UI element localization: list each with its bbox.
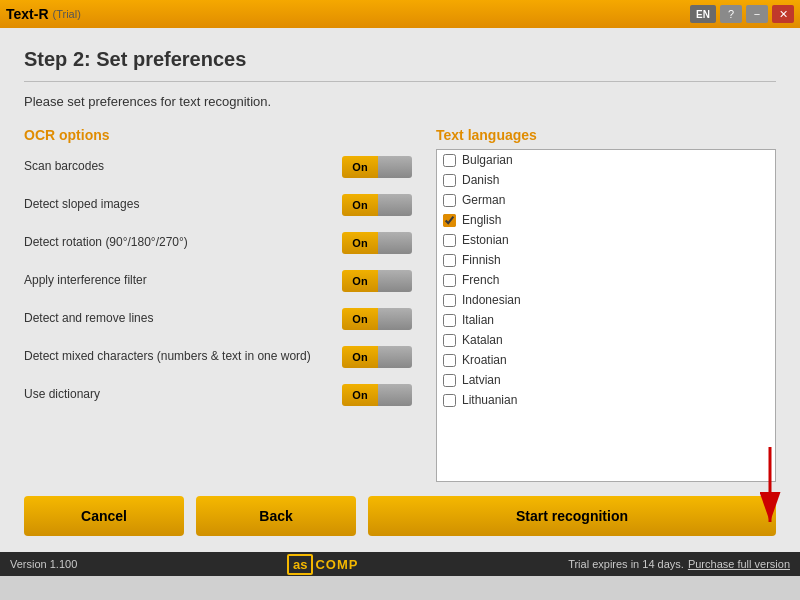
ocr-option-row: Use dictionaryOn (24, 381, 412, 409)
ocr-option-label: Use dictionary (24, 387, 342, 403)
language-checkbox[interactable] (443, 294, 456, 307)
toggle-off-button[interactable] (378, 308, 412, 330)
language-checkbox[interactable] (443, 174, 456, 187)
language-checkbox[interactable] (443, 234, 456, 247)
language-label: Latvian (462, 373, 501, 387)
language-label: French (462, 273, 499, 287)
language-item[interactable]: Kroatian (437, 350, 775, 370)
main-content: Step 2: Set preferences Please set prefe… (0, 28, 800, 552)
language-item[interactable]: English (437, 210, 775, 230)
language-checkbox[interactable] (443, 214, 456, 227)
toggle-switch[interactable]: On (342, 232, 412, 254)
toggle-off-button[interactable] (378, 156, 412, 178)
language-checkbox[interactable] (443, 154, 456, 167)
toggle-on-button[interactable]: On (342, 232, 378, 254)
minimize-button[interactable]: − (746, 5, 768, 23)
toggle-switch[interactable]: On (342, 384, 412, 406)
language-label: German (462, 193, 505, 207)
toggle-on-button[interactable]: On (342, 270, 378, 292)
language-item[interactable]: French (437, 270, 775, 290)
statusbar: Version 1.100 as COMP Trial expires in 1… (0, 552, 800, 576)
ocr-option-label: Apply interference filter (24, 273, 342, 289)
divider (24, 81, 776, 82)
trial-badge: (Trial) (53, 8, 81, 20)
toggle-switch[interactable]: On (342, 308, 412, 330)
purchase-link[interactable]: Purchase full version (688, 558, 790, 570)
start-recognition-button[interactable]: Start recognition (368, 496, 776, 536)
logo: as COMP (287, 554, 358, 575)
toggle-on-button[interactable]: On (342, 156, 378, 178)
toggle-on-button[interactable]: On (342, 346, 378, 368)
description: Please set preferences for text recognit… (24, 94, 776, 109)
language-checkbox[interactable] (443, 354, 456, 367)
language-item[interactable]: Indonesian (437, 290, 775, 310)
trial-notice: Trial expires in 14 days. (568, 558, 684, 570)
language-label: Estonian (462, 233, 509, 247)
language-checkbox[interactable] (443, 194, 456, 207)
toggle-switch[interactable]: On (342, 156, 412, 178)
back-button[interactable]: Back (196, 496, 356, 536)
version-label: Version 1.100 (10, 558, 77, 570)
toggle-off-button[interactable] (378, 270, 412, 292)
step-title: Step 2: Set preferences (24, 48, 776, 71)
language-button[interactable]: EN (690, 5, 716, 23)
toggle-off-button[interactable] (378, 232, 412, 254)
language-panel: Text languages BulgarianDanishGermanEngl… (436, 127, 776, 482)
toggle-off-button[interactable] (378, 384, 412, 406)
ocr-section-title: OCR options (24, 127, 412, 143)
language-item[interactable]: Danish (437, 170, 775, 190)
language-item[interactable]: German (437, 190, 775, 210)
statusbar-right: Trial expires in 14 days. Purchase full … (568, 558, 790, 570)
ocr-option-row: Detect sloped imagesOn (24, 191, 412, 219)
ocr-option-row: Apply interference filterOn (24, 267, 412, 295)
app-title: Text-R (6, 6, 49, 22)
logo-box: as (287, 554, 313, 575)
logo-text: COMP (315, 557, 358, 572)
ocr-options-list: Scan barcodesOnDetect sloped imagesOnDet… (24, 153, 412, 419)
ocr-option-label: Detect rotation (90°/180°/270°) (24, 235, 342, 251)
ocr-option-row: Detect rotation (90°/180°/270°)On (24, 229, 412, 257)
language-item[interactable]: Katalan (437, 330, 775, 350)
language-label: Kroatian (462, 353, 507, 367)
ocr-option-label: Detect mixed characters (numbers & text … (24, 349, 342, 365)
language-checkbox[interactable] (443, 314, 456, 327)
panels: OCR options Scan barcodesOnDetect sloped… (24, 127, 776, 482)
language-item[interactable]: Finnish (437, 250, 775, 270)
toggle-off-button[interactable] (378, 346, 412, 368)
language-item[interactable]: Bulgarian (437, 150, 775, 170)
toggle-switch[interactable]: On (342, 270, 412, 292)
titlebar-left: Text-R (Trial) (6, 6, 81, 22)
language-section-title: Text languages (436, 127, 776, 143)
language-label: Danish (462, 173, 499, 187)
toggle-switch[interactable]: On (342, 346, 412, 368)
language-checkbox[interactable] (443, 394, 456, 407)
language-checkbox[interactable] (443, 254, 456, 267)
language-checkbox[interactable] (443, 274, 456, 287)
titlebar: Text-R (Trial) EN ? − ✕ (0, 0, 800, 28)
language-label: Italian (462, 313, 494, 327)
toggle-off-button[interactable] (378, 194, 412, 216)
close-button[interactable]: ✕ (772, 5, 794, 23)
language-item[interactable]: Italian (437, 310, 775, 330)
ocr-option-row: Detect and remove linesOn (24, 305, 412, 333)
toggle-switch[interactable]: On (342, 194, 412, 216)
toggle-on-button[interactable]: On (342, 384, 378, 406)
language-item[interactable]: Estonian (437, 230, 775, 250)
toggle-on-button[interactable]: On (342, 194, 378, 216)
language-label: English (462, 213, 501, 227)
cancel-button[interactable]: Cancel (24, 496, 184, 536)
language-item[interactable]: Latvian (437, 370, 775, 390)
ocr-option-label: Detect and remove lines (24, 311, 342, 327)
language-label: Finnish (462, 253, 501, 267)
language-listbox[interactable]: BulgarianDanishGermanEnglishEstonianFinn… (436, 149, 776, 482)
help-button[interactable]: ? (720, 5, 742, 23)
language-label: Lithuanian (462, 393, 517, 407)
ocr-option-label: Detect sloped images (24, 197, 342, 213)
language-checkbox[interactable] (443, 334, 456, 347)
language-label: Indonesian (462, 293, 521, 307)
toggle-on-button[interactable]: On (342, 308, 378, 330)
ocr-panel: OCR options Scan barcodesOnDetect sloped… (24, 127, 412, 482)
language-item[interactable]: Lithuanian (437, 390, 775, 410)
language-checkbox[interactable] (443, 374, 456, 387)
titlebar-controls: EN ? − ✕ (690, 5, 794, 23)
